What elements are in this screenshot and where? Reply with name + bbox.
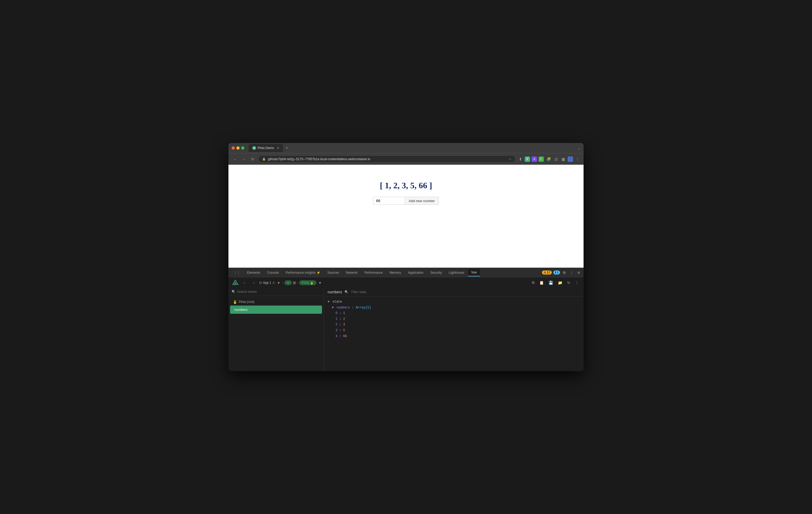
title-bar-chevron: ⌄ (578, 146, 580, 150)
colon-3: : (339, 329, 343, 332)
vue-forward-button[interactable]: → (250, 279, 257, 286)
numbers-array-label: Array[5] (356, 306, 371, 309)
refresh-icon[interactable]: ↻ (566, 279, 572, 286)
state-collapse-icon[interactable]: ▼ (327, 300, 329, 304)
folder-icon[interactable]: 📁 (556, 279, 564, 286)
vue-extension-icon[interactable]: V (525, 157, 530, 162)
breadcrumb-sep-2: › (297, 281, 298, 285)
minimize-button[interactable] (236, 146, 239, 150)
app-dropdown-button[interactable]: ▾ (276, 279, 281, 286)
extensions-icon[interactable]: 🧩 (545, 156, 552, 162)
nav-actions: ⬆ V ✦ F 🧩 ⊡ ▦ 👤 ⋮ (518, 156, 580, 162)
add-number-button[interactable]: Add new number (405, 197, 439, 205)
numbers-store-label: numbers (234, 308, 248, 312)
colon-4: : (339, 334, 343, 338)
extension-icon-1[interactable]: ✦ (532, 157, 537, 162)
tab-memory[interactable]: Memory (386, 269, 404, 276)
vue-devtools-bar: ← → ⊡ App 1 ⚠ ▾ › ● ⊞ › Pinia 🍍 ▾ ⧉ 📋 💾 (228, 277, 584, 288)
search-stores-input[interactable] (237, 290, 320, 294)
numbers-collapse-icon[interactable]: ▼ (332, 306, 334, 309)
menu-icon[interactable]: ⋮ (575, 156, 580, 162)
number-input[interactable] (373, 197, 405, 205)
tab-vue[interactable]: Vue (468, 269, 480, 276)
devtools-tab-right: ⚠ 17 ℹ 1 ⚙ ⋮ ✕ (542, 269, 582, 276)
pinia-root-label: Pinia (root) (239, 300, 254, 304)
copy-icon[interactable]: ⧉ (530, 279, 536, 286)
traffic-lights (232, 146, 244, 150)
index-1: 1 (336, 317, 337, 321)
store-panel: 🔍 🍍 Pinia (root) numbers numbers (228, 288, 584, 371)
nav-bar: ← → ↻ 🔒 githubc7lyh6-nd2g--5173--77657b1… (228, 153, 584, 165)
index-0: 0 (336, 312, 337, 315)
tab-elements-text[interactable]: Elements (244, 269, 263, 276)
devtools-settings-icon[interactable]: ⚙ (561, 269, 567, 276)
sidebar-icon[interactable]: ▦ (560, 156, 566, 162)
tab-close-button[interactable]: ✕ (277, 146, 279, 150)
share-icon[interactable]: ⬆ (518, 156, 523, 162)
app-label: App 1 (263, 281, 271, 285)
devtools-tab-bar: ⋮⋮ Elements Console Performance insights… (228, 268, 584, 277)
colon-0: : (339, 312, 343, 315)
lock-icon: 🔒 (262, 157, 266, 161)
numbers-key: numbers (337, 306, 350, 309)
tab-performance[interactable]: Performance (361, 269, 386, 276)
more-options-icon[interactable]: ⋮ (574, 279, 580, 286)
vue-back-button[interactable]: ← (241, 279, 248, 286)
filter-state-input[interactable] (351, 290, 580, 294)
clipboard-icon[interactable]: 📋 (538, 279, 545, 286)
pinia-label[interactable]: Pinia 🍍 (299, 280, 316, 285)
page-content: [ 1, 2, 3, 5, 66 ] Add new number (228, 165, 584, 268)
grid-icon[interactable]: ⊞ (293, 280, 296, 285)
colon-1: : (339, 317, 343, 321)
devtools-close-icon[interactable]: ✕ (576, 269, 581, 276)
numbers-array-node: ▼ numbers : Array[5] (327, 305, 580, 311)
info-badge: ℹ 1 (553, 271, 560, 274)
url-text: githubc7lyh6-nd2g--5173--77657b1e.local-… (268, 157, 506, 161)
filter-icon: 🔍 (345, 290, 348, 294)
devtools-more-icon[interactable]: ⋮ (569, 269, 575, 276)
tab-application[interactable]: Application (405, 269, 427, 276)
new-tab-button[interactable]: + (284, 145, 290, 151)
vue-breadcrumb: ⊡ App 1 ⚠ ▾ › ● ⊞ › Pinia 🍍 ▾ (259, 279, 322, 286)
numbers-colon: : (352, 306, 356, 309)
tab-security[interactable]: Security (427, 269, 445, 276)
close-button[interactable] (232, 146, 235, 150)
pinia-root-item[interactable]: 🍍 Pinia (root) (228, 298, 324, 305)
vue-devtools-logo (232, 279, 239, 287)
numbers-store-item[interactable]: numbers (230, 305, 322, 314)
tab-console[interactable]: Console (264, 269, 282, 276)
page-icon: ⊡ (259, 281, 262, 285)
back-button[interactable]: ← (232, 156, 238, 162)
state-header: numbers 🔍 (324, 288, 584, 297)
tab-network[interactable]: Network (343, 269, 361, 276)
tab-elements[interactable]: ⋮⋮ (231, 269, 243, 276)
tab-sources[interactable]: Sources (324, 269, 342, 276)
browser-window: V Pinia Demo ✕ + ⌄ ← → ↻ 🔒 githubc7lyh6-… (228, 143, 584, 371)
active-dot-icon: ● (287, 281, 289, 285)
bookmark-icon[interactable]: ☆ (509, 157, 512, 161)
save-icon[interactable]: 💾 (547, 279, 555, 286)
tab-performance-insights[interactable]: Performance insights ⚡ (283, 269, 324, 276)
index-4: 4 (336, 334, 337, 338)
breadcrumb-sep-1: › (282, 281, 283, 285)
devtools-toggle-icon[interactable]: ⊡ (554, 156, 559, 162)
maximize-button[interactable] (241, 146, 244, 150)
array-item-1: 1 : 2 (327, 317, 580, 322)
active-tab[interactable]: V Pinia Demo ✕ (249, 144, 283, 152)
state-label: state (332, 300, 342, 304)
extension-icon-2[interactable]: F (539, 157, 544, 162)
devtools-panel: ⋮⋮ Elements Console Performance insights… (228, 268, 584, 371)
store-tree: 🍍 Pinia (root) numbers (228, 296, 324, 316)
warning-dot: ⚠ (272, 281, 275, 285)
tab-favicon: V (252, 146, 256, 150)
array-item-4: 4 : 66 (327, 334, 580, 340)
profile-icon[interactable]: 👤 (568, 157, 573, 162)
reload-button[interactable]: ↻ (250, 156, 256, 162)
forward-button[interactable]: → (241, 156, 248, 162)
pinia-dropdown-button[interactable]: ▾ (318, 279, 322, 286)
tab-lighthouse[interactable]: Lighthouse (445, 269, 467, 276)
address-bar[interactable]: 🔒 githubc7lyh6-nd2g--5173--77657b1e.loca… (258, 156, 516, 163)
state-root-node: ▼ state (327, 299, 580, 305)
value-3: 5 (343, 329, 345, 332)
colon-2: : (339, 323, 343, 326)
